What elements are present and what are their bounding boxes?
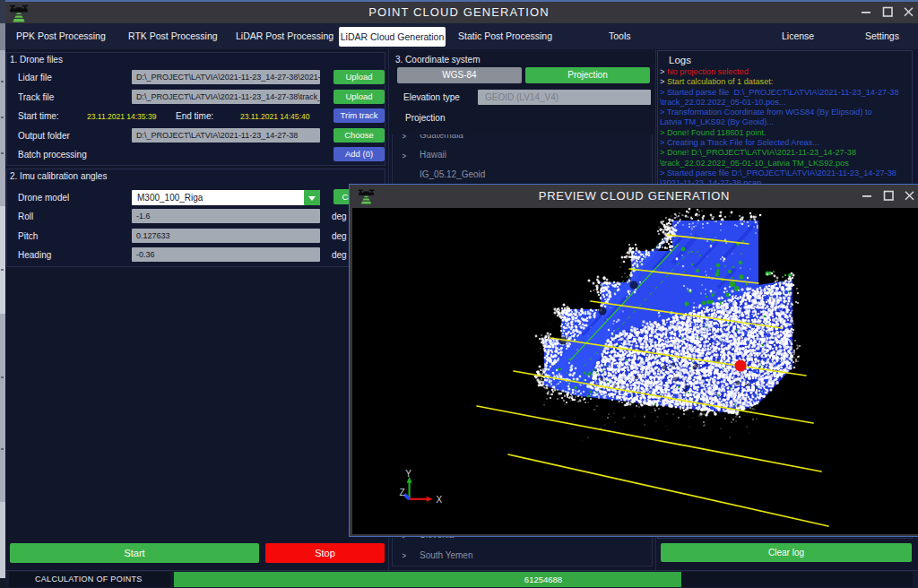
svg-text:Z: Z [400,488,405,497]
svg-text:X: X [437,495,443,505]
svg-text:Y: Y [405,469,411,479]
